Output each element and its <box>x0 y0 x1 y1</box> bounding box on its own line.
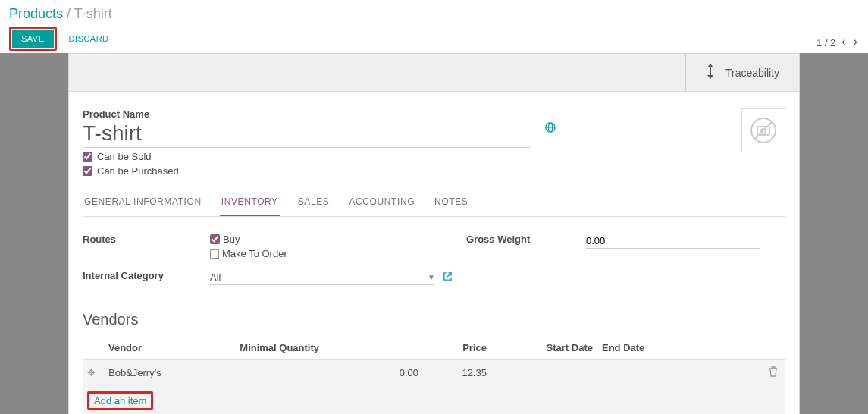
col-end-date: End Date <box>597 336 764 360</box>
can-be-sold-checkbox[interactable] <box>83 152 92 162</box>
cell-start-date[interactable] <box>491 360 597 386</box>
pager-prev-icon[interactable]: ‹ <box>840 35 847 49</box>
route-mto-checkbox[interactable] <box>210 249 219 259</box>
breadcrumb: Products / T-shirt <box>9 6 118 22</box>
routes-options: Buy Make To Order <box>210 234 453 259</box>
trash-icon[interactable] <box>769 368 778 379</box>
updown-icon <box>706 63 715 82</box>
internal-category-label: Internal Category <box>83 270 196 281</box>
pager-text: 1 / 2 <box>816 37 835 49</box>
routes-label: Routes <box>83 234 196 245</box>
gross-weight-label: Gross Weight <box>466 234 572 245</box>
cell-price[interactable]: 12.35 <box>423 360 491 386</box>
can-be-purchased-row: Can be Purchased <box>83 165 530 177</box>
breadcrumb-root-link[interactable]: Products <box>9 6 63 21</box>
tabs: GENERAL INFORMATION INVENTORY SALES ACCO… <box>83 190 785 217</box>
internal-category-value: All <box>210 271 221 283</box>
cell-min-qty[interactable]: 0.00 <box>235 360 423 386</box>
route-buy-checkbox[interactable] <box>210 234 220 244</box>
external-link-icon <box>443 271 453 281</box>
inventory-fields: Routes Buy Make To Order Gross Weight <box>83 234 785 285</box>
route-buy-row: Buy <box>210 234 453 245</box>
tab-general-information[interactable]: GENERAL INFORMATION <box>83 190 203 216</box>
col-vendor: Vendor <box>104 336 235 360</box>
camera-slash-icon <box>750 117 777 144</box>
vendors-section-title: Vendors <box>83 311 785 328</box>
tab-inventory[interactable]: INVENTORY <box>220 190 280 216</box>
action-buttons: SAVE DISCARD <box>9 27 118 51</box>
chevron-down-icon: ▼ <box>428 273 435 281</box>
tab-notes[interactable]: NOTES <box>433 190 469 216</box>
pager-next-icon[interactable]: › <box>852 35 859 49</box>
breadcrumb-current: T-shirt <box>74 6 112 21</box>
add-item-highlight: Add an item <box>87 391 153 410</box>
save-button[interactable]: SAVE <box>12 30 54 48</box>
sheet-body: Product Name Can be Sold Can be Purchase… <box>69 92 799 414</box>
cell-vendor[interactable]: Bob&Jerry's <box>104 360 235 386</box>
internal-category-select[interactable]: All ▼ <box>210 270 435 285</box>
route-mto-label: Make To Order <box>222 248 287 259</box>
can-be-sold-label: Can be Sold <box>97 151 152 162</box>
product-name-block: Product Name Can be Sold Can be Purchase… <box>83 108 530 177</box>
pager: 1 / 2 ‹ › <box>816 6 859 53</box>
tab-accounting[interactable]: ACCOUNTING <box>347 190 416 216</box>
drag-icon[interactable]: ✥ <box>87 367 96 378</box>
cell-end-date[interactable] <box>597 360 764 386</box>
add-item-link[interactable]: Add an item <box>94 395 146 406</box>
tab-sales[interactable]: SALES <box>296 190 331 216</box>
internal-category-external-link[interactable] <box>443 271 453 284</box>
globe-button[interactable] <box>545 108 591 135</box>
breadcrumb-sep: / <box>67 6 74 21</box>
topbar: Products / T-shirt SAVE DISCARD 1 / 2 ‹ … <box>0 0 868 53</box>
vendors-header-row: Vendor Minimal Quantity Price Start Date… <box>83 336 785 360</box>
form-sheet: Traceability Product Name Can be Sold Ca… <box>68 53 800 414</box>
col-start-date: Start Date <box>491 336 597 360</box>
product-name-label: Product Name <box>83 108 530 120</box>
globe-icon <box>545 122 556 133</box>
discard-button[interactable]: DISCARD <box>60 30 118 48</box>
sheet-header: Traceability <box>69 54 799 92</box>
title-row: Product Name Can be Sold Can be Purchase… <box>83 108 785 177</box>
internal-category-wrap: All ▼ <box>210 270 453 285</box>
traceability-label: Traceability <box>725 67 779 79</box>
table-row[interactable]: ✥ Bob&Jerry's 0.00 12.35 <box>83 360 785 386</box>
can-be-purchased-checkbox[interactable] <box>83 166 92 176</box>
add-item-row: Add an item <box>83 385 785 414</box>
product-name-input[interactable] <box>83 120 530 148</box>
traceability-button[interactable]: Traceability <box>685 54 799 91</box>
can-be-purchased-label: Can be Purchased <box>97 165 179 177</box>
col-price: Price <box>423 336 491 360</box>
route-buy-label: Buy <box>223 234 240 245</box>
gross-weight-input[interactable] <box>586 234 760 249</box>
svg-line-7 <box>447 273 452 278</box>
vendors-table: Vendor Minimal Quantity Price Start Date… <box>83 336 785 414</box>
route-mto-row: Make To Order <box>210 248 453 259</box>
can-be-sold-row: Can be Sold <box>83 151 530 162</box>
product-image-placeholder[interactable] <box>741 108 785 152</box>
topbar-left: Products / T-shirt SAVE DISCARD <box>9 6 118 53</box>
col-min-qty: Minimal Quantity <box>235 336 423 360</box>
gross-weight-wrap <box>586 234 760 249</box>
canvas: Traceability Product Name Can be Sold Ca… <box>0 53 868 414</box>
save-highlight: SAVE <box>9 27 57 51</box>
